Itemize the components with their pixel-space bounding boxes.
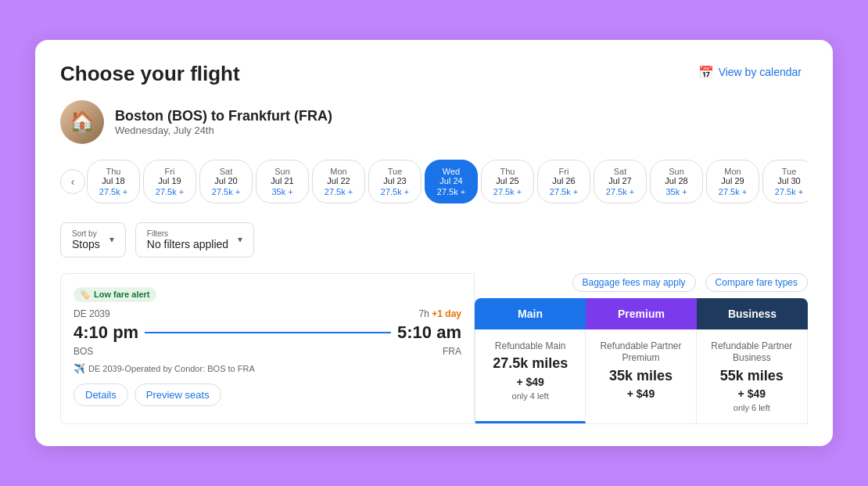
date-scroller: ‹ Thu Jul 18 27.5k + Fri Jul 19 27.5k + …	[60, 160, 808, 203]
flight-duration: 7h +1 day	[419, 308, 461, 319]
date-price: 35k +	[665, 187, 687, 196]
date-item[interactable]: Sat Jul 27 27.5k +	[594, 160, 647, 203]
date-price: 27.5k +	[156, 187, 184, 196]
filter-content: Filters No filters applied	[147, 229, 228, 250]
sort-value: Stops	[72, 238, 100, 250]
day-name: Sun	[274, 167, 290, 176]
fare-cell[interactable]: Refundable Main 27.5k miles + $49 only 4…	[475, 329, 586, 424]
fare-header-business: Business	[697, 298, 808, 329]
date-item[interactable]: Fri Jul 26 27.5k +	[537, 160, 590, 203]
fare-cell-name: Refundable Main	[495, 340, 566, 353]
day-month: Jul 20	[214, 176, 237, 185]
date-price: 27.5k +	[325, 187, 353, 196]
low-fare-badge: 🏷️ Low fare alert	[74, 287, 156, 302]
compare-fare-button[interactable]: Compare fare types	[705, 273, 808, 292]
route-text: Boston (BOS) to Frankfurt (FRA) Wednesda…	[115, 108, 332, 136]
fare-header-actions: Baggage fees may apply Compare fare type…	[475, 273, 808, 292]
date-item[interactable]: Sun Jul 21 35k +	[256, 160, 309, 203]
card-buttons: Details Preview seats	[74, 383, 461, 406]
day-month: Jul 22	[327, 176, 350, 185]
depart-time: 4:10 pm	[74, 322, 138, 343]
scroll-prev-button[interactable]: ‹	[60, 169, 85, 194]
day-month: Jul 29	[721, 176, 744, 185]
baggage-fees-button[interactable]: Baggage fees may apply	[572, 273, 696, 292]
fare-header-premium: Premium	[586, 298, 697, 329]
fare-columns-header: MainPremiumBusiness	[475, 298, 808, 329]
day-name: Thu	[106, 167, 121, 176]
route-info: 🏠 Boston (BOS) to Frankfurt (FRA) Wednes…	[60, 100, 808, 144]
day-name: Tue	[782, 167, 797, 176]
date-item[interactable]: Mon Jul 22 27.5k +	[312, 160, 365, 203]
date-item[interactable]: Thu Jul 18 27.5k +	[87, 160, 140, 203]
date-item[interactable]: Mon Jul 29 27.5k +	[706, 160, 759, 203]
fare-cell-tax: + $49	[516, 376, 543, 388]
plane-icon: ✈️	[74, 363, 85, 374]
date-item[interactable]: Tue Jul 23 27.5k +	[368, 160, 421, 203]
fare-cell-availability: only 4 left	[512, 391, 549, 401]
route-date: Wednesday, July 24th	[115, 124, 332, 136]
day-name: Fri	[165, 167, 175, 176]
sort-label: Sort by	[72, 229, 100, 238]
day-month: Jul 19	[158, 176, 181, 185]
date-price: 27.5k +	[437, 187, 465, 196]
day-month: Jul 18	[102, 176, 124, 185]
view-calendar-button[interactable]: 📅 View by calendar	[692, 62, 808, 83]
day-name: Tue	[388, 167, 403, 176]
day-name: Sun	[669, 167, 684, 176]
details-button[interactable]: Details	[74, 383, 128, 406]
destination-thumbnail: 🏠	[60, 100, 104, 144]
fare-cell-availability: only 6 left	[733, 403, 770, 412]
sort-dropdown[interactable]: Sort by Stops ▾	[60, 222, 126, 257]
arrive-time: 5:10 am	[397, 322, 461, 343]
date-items: Thu Jul 18 27.5k + Fri Jul 19 27.5k + Sa…	[87, 160, 808, 203]
page-header: Choose your flight 📅 View by calendar	[60, 62, 808, 86]
date-item[interactable]: Sun Jul 28 35k +	[650, 160, 703, 203]
results-area: 🏷️ Low fare alert DE 2039 7h +1 day 4:10…	[60, 273, 808, 425]
date-item[interactable]: Wed Jul 24 27.5k +	[425, 160, 478, 203]
sort-content: Sort by Stops	[72, 229, 100, 250]
flight-card: 🏷️ Low fare alert DE 2039 7h +1 day 4:10…	[60, 273, 475, 425]
date-item[interactable]: Tue Jul 30 27.5k +	[762, 160, 808, 203]
day-month: Jul 21	[271, 176, 293, 185]
prev-icon: ‹	[71, 175, 75, 188]
date-price: 27.5k +	[212, 187, 240, 196]
fare-cells: Refundable Main 27.5k miles + $49 only 4…	[475, 329, 808, 425]
day-name: Sat	[614, 167, 627, 176]
operated-by: ✈️ DE 2039-Operated by Condor: BOS to FR…	[74, 363, 461, 374]
fare-cell-price: 55k miles	[720, 368, 784, 385]
plus-day-label: +1 day	[432, 308, 461, 319]
day-name: Sat	[220, 167, 233, 176]
date-item[interactable]: Thu Jul 25 27.5k +	[481, 160, 534, 203]
filters-dropdown[interactable]: Filters No filters applied ▾	[135, 222, 254, 257]
date-item[interactable]: Fri Jul 19 27.5k +	[143, 160, 196, 203]
fare-cell-price: 35k miles	[609, 368, 673, 385]
day-name: Wed	[443, 167, 460, 176]
badge-label: Low fare alert	[94, 290, 150, 299]
flight-meta-row: DE 2039 7h +1 day	[74, 308, 461, 319]
date-price: 27.5k +	[381, 187, 409, 196]
fare-cell-tax: + $49	[738, 387, 766, 400]
flight-number: DE 2039	[74, 308, 110, 319]
fare-header-main: Main	[475, 298, 586, 329]
fare-cell-tax: + $49	[627, 387, 655, 400]
filters-chevron-icon: ▾	[238, 234, 242, 245]
flight-info-column: 🏷️ Low fare alert DE 2039 7h +1 day 4:10…	[60, 273, 475, 425]
fare-cell-name: Refundable Partner Premium	[595, 340, 686, 365]
date-price: 27.5k +	[99, 187, 127, 196]
flight-line	[145, 332, 391, 333]
calendar-icon: 📅	[698, 65, 714, 80]
preview-seats-button[interactable]: Preview seats	[135, 383, 221, 406]
date-price: 27.5k +	[493, 187, 522, 196]
date-price: 27.5k +	[550, 187, 578, 196]
day-month: Jul 30	[777, 176, 800, 185]
page-title: Choose your flight	[60, 62, 240, 86]
tag-icon: 🏷️	[80, 290, 91, 300]
flight-airports: BOS FRA	[74, 346, 461, 357]
filters-value: No filters applied	[147, 238, 228, 250]
date-price: 35k +	[271, 187, 292, 196]
filters-label: Filters	[147, 229, 228, 238]
operated-by-text: DE 2039-Operated by Condor: BOS to FRA	[88, 364, 255, 373]
fare-cell[interactable]: Refundable Partner Premium 35k miles + $…	[586, 329, 696, 424]
fare-cell[interactable]: Refundable Partner Business 55k miles + …	[697, 329, 807, 424]
date-item[interactable]: Sat Jul 20 27.5k +	[199, 160, 253, 203]
